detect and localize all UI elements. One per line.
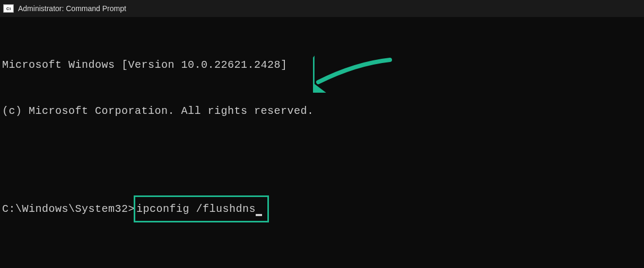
text-cursor — [256, 214, 262, 216]
prompt-line: C:\Windows\System32>ipconfig /flushdns — [2, 195, 642, 222]
version-line: Microsoft Windows [Version 10.0.22621.24… — [2, 57, 642, 73]
cmd-icon — [3, 4, 14, 13]
command-highlight-box: ipconfig /flushdns — [134, 195, 269, 222]
window-titlebar[interactable]: Administrator: Command Prompt — [0, 0, 644, 17]
typed-command: ipconfig /flushdns — [136, 203, 256, 215]
copyright-line: (c) Microsoft Corporation. All rights re… — [2, 103, 642, 119]
prompt-path: C:\Windows\System32> — [2, 201, 135, 217]
terminal-output[interactable]: Microsoft Windows [Version 10.0.22621.24… — [0, 17, 644, 240]
window-title: Administrator: Command Prompt — [18, 4, 126, 13]
blank-line — [2, 149, 642, 165]
